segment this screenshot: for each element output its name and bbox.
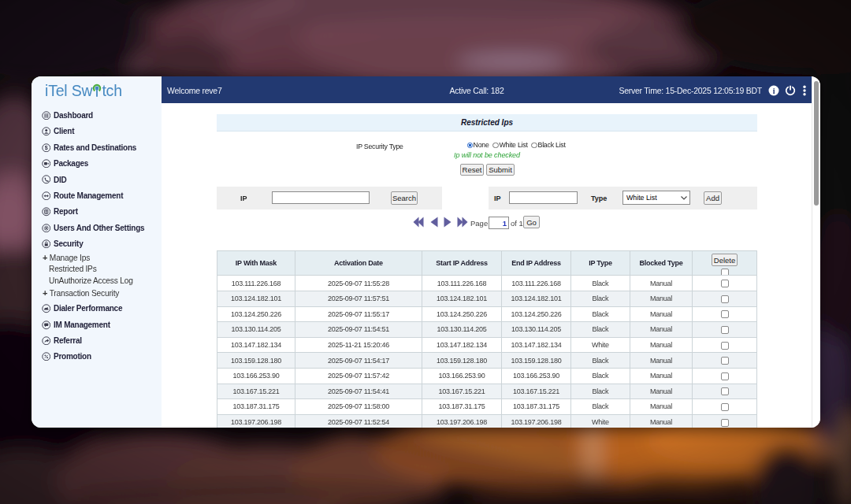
svg-text:$: $ [44,144,47,151]
